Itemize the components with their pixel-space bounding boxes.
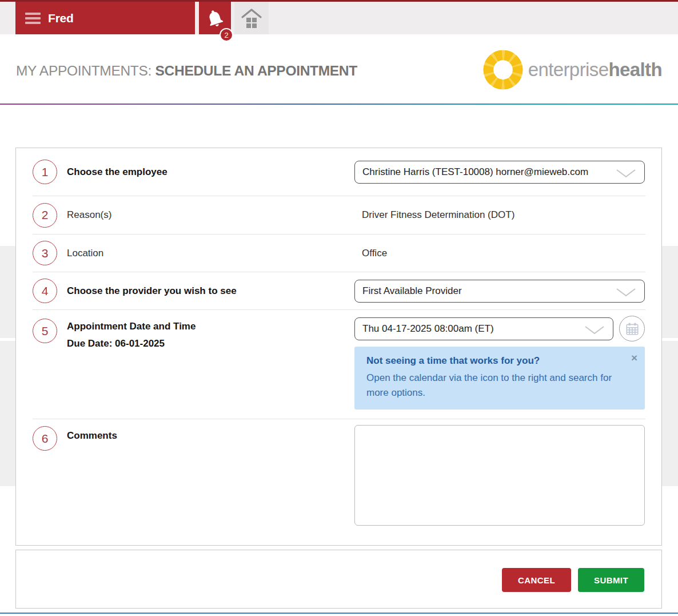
provider-label: Choose the provider you wish to see — [67, 285, 338, 297]
due-date-label: Due Date: 06-01-2025 — [67, 335, 338, 352]
submit-button[interactable]: SUBMIT — [578, 568, 644, 592]
home-tab[interactable] — [234, 2, 269, 34]
calendar-icon — [625, 321, 640, 336]
menu-user-button[interactable]: Fred — [15, 2, 195, 34]
comments-textarea[interactable] — [354, 425, 645, 526]
datetime-select[interactable]: Thu 04-17-2025 08:00am (ET) — [354, 317, 613, 340]
page-content: 1 Choose the employee Christine Harris (… — [0, 148, 678, 614]
callout-body: Open the calendar via the icon to the ri… — [366, 371, 621, 401]
bottom-accent-line — [0, 613, 678, 614]
comments-label: Comments — [67, 419, 338, 444]
chevron-down-icon — [616, 288, 636, 300]
step-number-1: 1 — [33, 160, 57, 184]
chevron-down-icon — [584, 325, 605, 337]
bell-icon — [205, 9, 225, 28]
close-icon[interactable]: × — [631, 352, 637, 363]
notifications-tab[interactable]: 2 — [199, 2, 231, 34]
datetime-select-value: Thu 04-17-2025 08:00am (ET) — [362, 323, 494, 335]
home-icon — [239, 7, 264, 29]
step-number-6: 6 — [33, 426, 57, 451]
form-row-reasons: 2 Reason(s) Driver Fitness Determination… — [16, 196, 661, 234]
reasons-value: Driver Fitness Determination (DOT) — [354, 209, 645, 221]
step-number-4: 4 — [33, 279, 57, 303]
logo-text-light: enterprise — [528, 59, 609, 80]
enterprise-health-logo: enterprisehealth — [481, 48, 662, 92]
user-name: Fred — [48, 11, 74, 25]
step-number-5: 5 — [33, 319, 57, 343]
notification-count-badge: 2 — [220, 28, 233, 42]
provider-select-value: First Available Provider — [362, 285, 462, 297]
logo-text-bold: health — [608, 59, 662, 80]
hamburger-icon — [25, 13, 41, 24]
employee-label: Choose the employee — [67, 166, 338, 178]
header-gradient-divider — [0, 104, 678, 105]
callout-title: Not seeing a time that works for you? — [366, 355, 622, 367]
page-header: MY APPOINTMENTS: SCHEDULE AN APPOINTMENT… — [0, 34, 678, 104]
employee-select[interactable]: Christine Harris (TEST-10008) horner@mie… — [354, 161, 645, 184]
datetime-label: Appointment Date and Time — [67, 318, 338, 335]
provider-select[interactable]: First Available Provider — [354, 280, 645, 303]
location-value: Office — [354, 248, 645, 259]
calendar-button[interactable] — [619, 316, 645, 341]
appointment-form-card: 1 Choose the employee Christine Harris (… — [15, 148, 662, 546]
cancel-button[interactable]: CANCEL — [502, 568, 571, 592]
logo-wordmark: enterprisehealth — [528, 59, 662, 81]
reasons-label: Reason(s) — [67, 209, 338, 221]
datetime-label-block: Appointment Date and Time Due Date: 06-0… — [67, 310, 338, 352]
page-title-main: SCHEDULE AN APPOINTMENT — [155, 63, 357, 78]
step-number-2: 2 — [33, 203, 57, 228]
location-label: Location — [67, 248, 338, 259]
page-title-prefix: MY APPOINTMENTS: — [16, 63, 155, 78]
form-row-datetime: 5 Appointment Date and Time Due Date: 06… — [16, 310, 661, 419]
sunflower-logo-icon — [481, 48, 525, 92]
employee-select-value: Christine Harris (TEST-10008) horner@mie… — [362, 166, 588, 178]
step-number-3: 3 — [33, 241, 57, 265]
form-row-provider: 4 Choose the provider you wish to see Fi… — [16, 272, 661, 309]
form-action-bar: CANCEL SUBMIT — [15, 550, 662, 609]
form-row-comments: 6 Comments — [16, 419, 661, 545]
top-navigation-bar: Fred 2 — [0, 2, 678, 34]
form-row-employee: 1 Choose the employee Christine Harris (… — [16, 148, 661, 196]
form-row-location: 3 Location Office — [16, 235, 661, 272]
chevron-down-icon — [616, 169, 636, 181]
time-help-callout: Not seeing a time that works for you? Op… — [354, 347, 645, 410]
page-title: MY APPOINTMENTS: SCHEDULE AN APPOINTMENT — [16, 63, 357, 79]
